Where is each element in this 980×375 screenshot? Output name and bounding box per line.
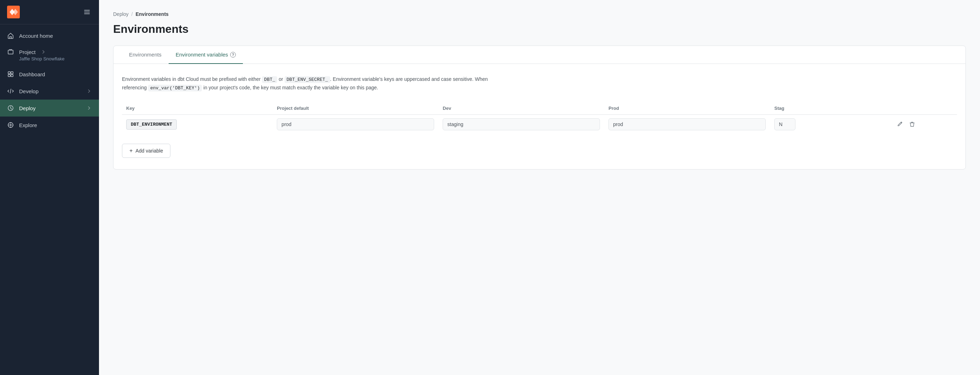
dbt-logo-icon [7,6,20,18]
sidebar-item-label-dashboard: Dashboard [19,71,92,78]
deploy-icon [7,104,14,112]
add-variable-label: Add variable [135,148,163,153]
sidebar-header [0,0,99,24]
dashboard-icon [7,71,14,78]
col-header-actions [891,102,957,115]
tab-content-env-variables: Environment variables in dbt Cloud must … [113,64,966,169]
breadcrumb-parent[interactable]: Deploy [113,11,129,17]
code-dbt-env-secret: DBT_ENV_SECRET_ [285,76,330,83]
explore-icon [7,122,14,128]
tab-navigation: Environments Environment variables ? [113,46,966,64]
svg-rect-8 [11,74,13,77]
sidebar-item-label-develop: Develop [19,88,81,94]
breadcrumb: Deploy / Environments [113,11,966,17]
project-type-label: Project [19,49,36,55]
project-icon [7,48,14,55]
edit-icon [897,121,903,128]
project-name-label: Jaffle Shop Snowflake [19,56,64,62]
deploy-chevron-icon [86,105,92,111]
sidebar-item-label-account-home: Account home [19,33,92,39]
info-text-4: in your project's code, the key must mat… [202,85,378,90]
home-icon [7,32,14,39]
dbt-logo [7,6,20,18]
env-variables-help-icon[interactable]: ? [230,52,236,57]
table-body: DBT_ENVIRONMENT [122,115,957,134]
stag-input[interactable] [774,118,795,130]
prod-input[interactable] [608,118,766,130]
trash-icon [909,121,915,128]
row-key-cell: DBT_ENVIRONMENT [122,115,272,134]
env-variables-info: Environment variables in dbt Cloud must … [122,75,511,92]
tab-panel: Environments Environment variables ? Env… [113,46,966,169]
row-dev-cell [438,115,604,134]
sidebar-item-develop[interactable]: Develop [0,82,99,100]
sidebar-item-deploy[interactable]: Deploy [0,100,99,117]
row-default-cell [272,115,438,134]
table-header: Key Project default Dev Prod Stag [122,102,957,115]
code-dbt: DBT_ [262,76,277,83]
table-row: DBT_ENVIRONMENT [122,115,957,134]
sidebar-nav: Account home Project Jaffle Shop Snowfla… [0,24,99,375]
add-variable-button[interactable]: + Add variable [122,144,170,158]
breadcrumb-current: Environments [135,11,168,17]
add-variable-icon: + [129,147,132,154]
svg-point-11 [10,124,11,126]
info-text-2: or [277,76,284,82]
col-header-stag: Stag [770,102,891,115]
sidebar-collapse-button[interactable] [82,7,92,17]
delete-variable-button[interactable] [907,119,918,130]
svg-rect-7 [8,74,10,77]
env-variables-table: Key Project default Dev Prod Stag DBT_EN… [122,102,957,134]
tab-environment-variables[interactable]: Environment variables ? [169,46,243,64]
col-header-prod: Prod [604,102,770,115]
edit-variable-button[interactable] [895,119,905,130]
svg-rect-1 [84,10,90,11]
code-env-var-example: env_var('DBT_KEY') [148,85,202,92]
tab-environments[interactable]: Environments [122,46,169,64]
key-badge: DBT_ENVIRONMENT [126,119,177,130]
col-header-dev: Dev [438,102,604,115]
sidebar: Account home Project Jaffle Shop Snowfla… [0,0,99,375]
row-actions-cell [891,115,957,134]
sidebar-item-dashboard[interactable]: Dashboard [0,66,99,82]
row-prod-cell [604,115,770,134]
svg-rect-6 [11,72,13,74]
info-text-1: Environment variables in dbt Cloud must … [122,76,262,82]
svg-rect-5 [8,72,10,74]
sidebar-item-label-deploy: Deploy [19,105,81,111]
page-content-area: Deploy / Environments Environments Envir… [99,0,980,375]
develop-chevron-icon [86,88,92,94]
svg-rect-3 [84,13,90,14]
main-content: Deploy / Environments Environments Envir… [99,0,980,375]
develop-icon [7,87,14,95]
page-title: Environments [113,22,966,36]
project-row: Project [7,48,92,55]
project-chevron-icon [41,49,46,55]
sidebar-item-account-home[interactable]: Account home [0,27,99,44]
svg-rect-4 [8,50,13,54]
breadcrumb-separator: / [132,11,133,17]
col-header-default: Project default [272,102,438,115]
col-header-key: Key [122,102,272,115]
collapse-icon [83,8,91,16]
sidebar-item-explore[interactable]: Explore [0,117,99,133]
svg-rect-2 [84,12,90,13]
sidebar-item-project[interactable]: Project Jaffle Shop Snowflake [0,44,99,66]
actions-cell [895,119,953,130]
row-stag-cell [770,115,891,134]
project-default-input[interactable] [277,118,434,130]
sidebar-item-label-explore: Explore [19,122,92,128]
dev-input[interactable] [442,118,600,130]
